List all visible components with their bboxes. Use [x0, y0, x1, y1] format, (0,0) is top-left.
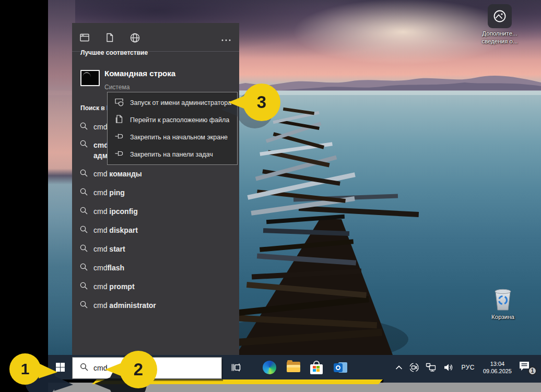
search-icon — [80, 122, 88, 132]
clock-date: 09.06.2025 — [483, 367, 512, 375]
context-menu-item-1[interactable]: Перейти к расположению файла — [108, 111, 237, 128]
taskbar-store-button[interactable] — [305, 355, 328, 379]
apps-icon — [79, 32, 90, 45]
context-menu-item-0[interactable]: Запуск от имени администратора — [108, 94, 237, 111]
meet-now-button[interactable] — [409, 362, 419, 373]
search-icon — [80, 188, 88, 198]
search-icon — [80, 263, 88, 273]
ellipsis-icon — [221, 34, 231, 43]
language-indicator[interactable]: РУС — [461, 364, 475, 371]
best-match-title: Командная строка — [104, 69, 175, 78]
search-icon — [80, 140, 88, 150]
best-match-header: Лучшее соответствие — [80, 49, 148, 56]
context-menu: Запуск от имени администратораПерейти к … — [107, 92, 238, 165]
callout-2-number: 2 — [120, 350, 157, 389]
context-menu-item-label: Закрепить на панели задач — [130, 151, 213, 158]
file-explorer-icon — [287, 362, 300, 373]
chevron-up-icon — [395, 365, 403, 370]
callout-1-number: 1 — [9, 352, 41, 386]
best-match-subtitle: Система — [104, 84, 130, 91]
desktop-recycle-bin[interactable]: Корзина — [480, 288, 525, 321]
search-suggestion[interactable]: cmd start — [72, 240, 239, 258]
task-view-button[interactable] — [225, 355, 248, 379]
suggestion-text: cmd команды — [93, 169, 142, 179]
search-icon — [80, 244, 88, 254]
context-menu-item-label: Перейти к расположению файла — [130, 116, 229, 124]
edge-icon — [263, 361, 276, 374]
callout-3: 3 — [228, 82, 283, 122]
search-suggestion[interactable]: cmd prompt — [72, 277, 239, 296]
context-menu-item-2[interactable]: Закрепить на начальном экране — [108, 128, 237, 146]
search-icon — [80, 169, 88, 179]
search-filter-tabs — [72, 28, 239, 49]
shortcut-label-line2: сведения о... — [477, 38, 522, 45]
file-location-icon — [114, 114, 124, 125]
microsoft-store-icon — [310, 361, 323, 374]
recycle-bin-icon — [492, 288, 514, 312]
callout-3-number: 3 — [243, 82, 280, 122]
context-menu-item-label: Закрепить на начальном экране — [130, 134, 228, 141]
search-options-button[interactable] — [213, 34, 239, 43]
search-suggestion[interactable]: cmd administrator — [72, 296, 239, 315]
show-hidden-icons-button[interactable] — [395, 365, 403, 370]
suggestion-text: cmd — [93, 122, 107, 132]
search-suggestion[interactable]: cmd ipconfig — [72, 202, 239, 221]
pin-icon — [114, 132, 124, 142]
taskbar-edge-button[interactable] — [258, 355, 281, 379]
web-icon — [130, 32, 140, 45]
screenshot-stage: Дополните... сведения о... Корзина — [0, 0, 541, 392]
search-icon — [80, 363, 88, 373]
search-icon — [80, 282, 88, 292]
clock[interactable]: 13:04 09.06.2025 — [483, 360, 512, 375]
search-suggestion[interactable]: cmdflash — [72, 258, 239, 277]
suggestion-text: cmdflash — [93, 263, 124, 273]
search-suggestion[interactable]: cmd diskpart — [72, 221, 239, 240]
shortcut-label-line1: Дополните... — [477, 30, 522, 38]
search-filter-tab-1[interactable] — [97, 32, 122, 45]
search-suggestion[interactable]: cmd команды — [72, 164, 239, 183]
network-button[interactable] — [426, 363, 437, 372]
volume-button[interactable] — [443, 363, 454, 372]
suggestion-text: cmd ping — [93, 187, 125, 198]
recycle-bin-label: Корзина — [480, 313, 525, 321]
search-suggestion[interactable]: cmd ping — [72, 183, 239, 202]
search-flyout-panel: Лучшее соответствие Командная строка Сис… — [72, 23, 239, 355]
command-prompt-icon — [80, 70, 100, 86]
wallpaper-left-shore — [48, 0, 75, 355]
taskbar-outlook-button[interactable] — [329, 355, 352, 379]
context-menu-item-3[interactable]: Закрепить на панели задач — [108, 146, 237, 163]
taskbar-explorer-button[interactable] — [282, 355, 305, 379]
taskbar-lower-edge — [383, 379, 541, 383]
run-as-admin-icon — [114, 97, 124, 108]
suggestion-text: cmd prompt — [93, 281, 135, 292]
documents-icon — [104, 32, 115, 45]
search-icon — [80, 225, 88, 235]
suggestion-text: cmd ipconfig — [93, 206, 138, 217]
suggestion-text: cmd start — [93, 244, 125, 254]
search-filter-tab-0[interactable] — [72, 32, 97, 45]
meet-now-icon — [409, 362, 419, 373]
photo-icon — [488, 4, 512, 28]
volume-icon — [443, 363, 454, 372]
callout-2: 2 — [105, 350, 159, 389]
search-icon — [80, 301, 88, 311]
search-icon — [80, 207, 88, 217]
outlook-icon — [334, 361, 347, 374]
desktop-shortcut-info[interactable]: Дополните... сведения о... — [477, 4, 522, 45]
notification-badge: 1 — [528, 366, 537, 375]
clock-time: 13:04 — [483, 360, 512, 367]
search-filter-tab-2[interactable] — [122, 32, 147, 45]
task-view-icon — [231, 362, 241, 373]
pin-icon — [114, 149, 124, 160]
system-tray: РУС 13:04 09.06.2025 1 — [392, 355, 541, 379]
context-menu-item-label: Запуск от имени администратора — [130, 99, 231, 106]
suggestion-text: cmd diskpart — [93, 225, 138, 235]
callout-1: 1 — [9, 352, 57, 386]
suggestion-text: cmd administrator — [93, 300, 156, 311]
action-center-button[interactable]: 1 — [518, 360, 536, 375]
network-icon — [426, 363, 437, 372]
